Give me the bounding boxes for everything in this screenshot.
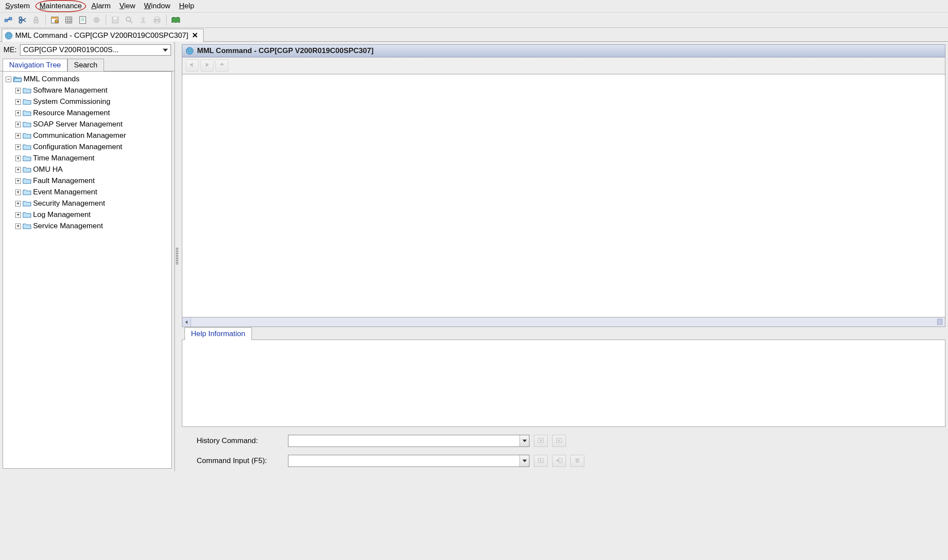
command-input-label: Command Input (F5): <box>197 457 284 465</box>
expand-icon[interactable]: + <box>15 144 21 150</box>
menu-window[interactable]: Window <box>141 1 174 11</box>
svg-rect-28 <box>155 17 159 19</box>
tree-item[interactable]: +System Commissioning <box>14 96 171 107</box>
expand-icon[interactable]: + <box>15 201 21 207</box>
assist-button[interactable] <box>552 455 566 467</box>
right-pane: MML Command - CGP[CGP V200R019C00SPC307]… <box>179 42 948 471</box>
folder-icon <box>23 189 31 196</box>
toolbar-btn-1[interactable] <box>2 14 15 26</box>
tab-navigation-tree[interactable]: Navigation Tree <box>3 59 67 71</box>
folder-icon <box>23 98 31 105</box>
nav-forward-button[interactable] <box>201 60 214 72</box>
toolbar-btn-print[interactable] <box>151 14 164 26</box>
tree-item[interactable]: +Time Management <box>14 153 171 164</box>
folder-open-icon <box>13 76 22 83</box>
collapse-icon[interactable]: − <box>6 77 11 82</box>
expand-icon[interactable]: + <box>15 156 21 161</box>
tree-item[interactable]: +Resource Management <box>14 107 171 119</box>
scrollbar-track[interactable] <box>191 317 945 327</box>
arrow-right-icon <box>556 437 562 445</box>
chevron-down-icon[interactable] <box>519 435 529 447</box>
expand-icon[interactable]: + <box>15 167 21 173</box>
toolbar-btn-9[interactable] <box>123 14 136 26</box>
history-prev-button[interactable] <box>534 435 548 447</box>
expand-icon[interactable]: + <box>15 110 21 116</box>
toolbar-btn-10[interactable] <box>137 14 150 26</box>
scroll-left-icon[interactable] <box>182 317 191 327</box>
toolbar-btn-5[interactable] <box>62 14 75 26</box>
nav-up-button[interactable] <box>215 60 228 72</box>
svg-point-30 <box>5 32 12 39</box>
toolbar-btn-7[interactable] <box>90 14 103 26</box>
tab-help-information[interactable]: Help Information <box>184 327 252 340</box>
expand-icon[interactable]: + <box>15 190 21 195</box>
toolbar-btn-8[interactable] <box>109 14 122 26</box>
tree-item-label: System Commissioning <box>33 97 111 106</box>
tree-item-label: Resource Management <box>33 109 110 117</box>
chevron-down-icon[interactable] <box>519 455 529 467</box>
expand-icon[interactable]: + <box>15 212 21 218</box>
execute-button[interactable] <box>534 455 548 467</box>
folder-icon <box>23 143 31 150</box>
svg-rect-0 <box>5 19 7 22</box>
command-input-combo[interactable] <box>288 455 529 467</box>
history-next-button[interactable] <box>552 435 566 447</box>
toolbar-btn-6[interactable] <box>76 14 89 26</box>
splitter-handle[interactable] <box>175 42 179 471</box>
menu-system[interactable]: System <box>2 1 33 11</box>
expand-icon[interactable]: + <box>15 223 21 229</box>
expand-button[interactable] <box>570 455 584 467</box>
nav-back-button[interactable] <box>186 60 199 72</box>
folder-icon <box>23 223 31 230</box>
expand-icon[interactable]: + <box>15 122 21 127</box>
menu-maintenance[interactable]: Maintenance <box>35 0 86 12</box>
expand-icon[interactable]: + <box>15 88 21 93</box>
menubar: System Maintenance Alarm View Window Hel… <box>0 0 948 12</box>
toolbar-btn-2[interactable] <box>16 14 29 26</box>
menu-help[interactable]: Help <box>175 1 198 11</box>
globe-icon <box>186 47 194 55</box>
tree-item-label: Event Management <box>33 188 97 197</box>
document-tab[interactable]: MML Command - CGP[CGP V200R019C00SPC307]… <box>2 29 204 42</box>
toolbar-btn-lock[interactable] <box>30 14 43 26</box>
close-icon[interactable]: ✕ <box>191 31 199 40</box>
history-command-label: History Command: <box>197 437 284 445</box>
grid-icon <box>64 16 73 24</box>
tree-root[interactable]: − MML Commands <box>5 73 171 85</box>
tab-search[interactable]: Search <box>67 59 104 71</box>
expand-icon[interactable]: + <box>15 133 21 139</box>
tree-item[interactable]: +Security Management <box>14 198 171 209</box>
panel-title-label: MML Command - CGP[CGP V200R019C00SPC307] <box>197 47 374 55</box>
connect-icon <box>4 16 13 24</box>
arrow-left-icon <box>538 437 544 445</box>
command-area: History Command: Command Input (F5): <box>179 427 948 471</box>
left-pane: ME: CGP[CGP V200R019C00S... Navigation T… <box>0 42 175 471</box>
expand-icon[interactable]: + <box>15 178 21 184</box>
toolbar-btn-help[interactable] <box>169 14 182 26</box>
folder-icon <box>23 166 31 173</box>
assist-icon <box>556 457 563 465</box>
command-input-row: Command Input (F5): <box>197 455 931 467</box>
svg-rect-26 <box>142 17 144 22</box>
tree-item[interactable]: +Configuration Management <box>14 141 171 153</box>
history-command-combo[interactable] <box>288 435 529 447</box>
svg-point-31 <box>186 47 193 54</box>
tree-item[interactable]: +Software Management <box>14 85 171 96</box>
tree-item[interactable]: +OMU HA <box>14 164 171 175</box>
menu-view[interactable]: View <box>116 1 139 11</box>
scrollbar-thumb[interactable] <box>937 319 942 325</box>
tree-item[interactable]: +Communication Managemer <box>14 130 171 141</box>
calendar-gear-icon <box>50 16 59 24</box>
tree-item[interactable]: +Fault Management <box>14 175 171 187</box>
tree-item[interactable]: +Service Management <box>14 220 171 232</box>
tree-item[interactable]: +SOAP Server Management <box>14 119 171 130</box>
toolbar <box>0 12 948 28</box>
expand-icon[interactable]: + <box>15 99 21 105</box>
tree-item[interactable]: +Log Management <box>14 209 171 220</box>
book-icon <box>171 16 181 24</box>
tree-item[interactable]: +Event Management <box>14 187 171 198</box>
me-select[interactable]: CGP[CGP V200R019C00S... <box>20 44 171 56</box>
menu-alarm[interactable]: Alarm <box>88 1 114 11</box>
horizontal-scrollbar[interactable] <box>182 317 945 327</box>
toolbar-btn-4[interactable] <box>48 14 61 26</box>
